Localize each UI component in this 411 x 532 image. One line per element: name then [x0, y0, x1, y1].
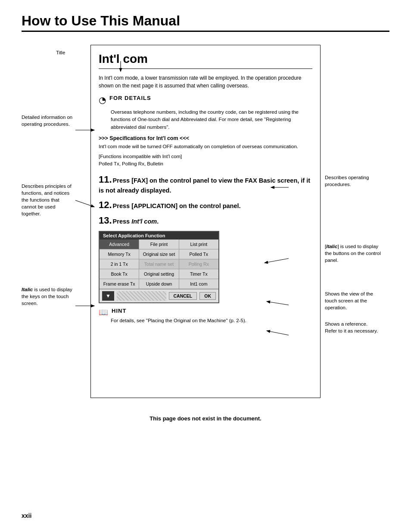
left-annotations: Title Detailed information on operating …	[22, 45, 90, 398]
diagram-container: Title Detailed information on operating …	[22, 45, 389, 398]
hint-block: 📖 HINT	[99, 308, 312, 317]
ts-cell-polledtx: Polled Tx	[179, 249, 218, 259]
hint-text: For details, see "Placing the Original o…	[111, 318, 312, 323]
page-title: How to Use This Manual	[22, 13, 389, 29]
ts-down-btn: ▼	[102, 291, 114, 301]
bottom-section: This page does not exist in the document…	[22, 415, 389, 422]
ts-row-4: Book Tx Original setting Timer Tx	[100, 269, 218, 279]
for-details-label: FOR DETAILS	[109, 95, 151, 101]
ts-cell-int1com: Int1 com	[179, 279, 218, 289]
ts-cell-fileprint: File print	[139, 240, 179, 249]
ts-row-2: Memory Tx Original size set Polled Tx	[100, 249, 218, 259]
ts-title-bar: Select Application Function	[100, 232, 218, 240]
ts-row-3: 2 in 1 Tx Total name set Polling Rx	[100, 259, 218, 269]
describes-principles-annotation: Describes principles of functions, and n…	[22, 183, 73, 217]
ts-cell-booktx: Book Tx	[100, 269, 139, 279]
ts-cell-memorytx: Memory Tx	[100, 249, 139, 259]
page-number: xxii	[22, 512, 31, 519]
italic-note-right-annotation: [Italic] is used to display the buttons …	[325, 243, 381, 264]
ts-ok-btn: OK	[199, 292, 216, 300]
ts-cell-pollingrx: Polling Rx	[179, 259, 218, 269]
incompatible-label: [Functions incompatible with Int'l com] …	[99, 153, 312, 168]
detailed-info-annotation: Detailed information on operating proced…	[22, 114, 73, 128]
ts-cancel-btn: CANCEL	[169, 292, 197, 300]
italic-note-left-annotation: Italic is used to display the keys on th…	[22, 286, 73, 307]
not-exist-text: This page does not exist in the document…	[22, 415, 389, 422]
search-icon: ◔	[99, 96, 106, 104]
book-icon: 📖	[99, 308, 108, 317]
body-text-1: In Int'l com mode, a lower transmission …	[99, 74, 312, 90]
spec-text: Int'l com mode will be turned OFF automa…	[99, 143, 312, 150]
right-annotations: Describes operating procedures. [Italic]…	[321, 45, 389, 398]
ts-cell-upsidedown: Upside down	[139, 279, 179, 289]
ts-cell-originalsetting: Original setting	[139, 269, 179, 279]
shows-reference-annotation: Shows a reference. Refer to it as necess…	[325, 320, 381, 334]
ts-row-5: Frame erase Tx Upside down Int1 com	[100, 279, 218, 289]
step-11: 11.Press [FAX] on the control panel to v…	[99, 173, 312, 195]
shows-view-annotation: Shows the view of the touch screen at th…	[325, 290, 385, 311]
ts-cell-frameerasetx: Frame erase Tx	[100, 279, 139, 289]
ts-cell-totalnameset: Total name set	[139, 259, 179, 269]
ts-cell-timertx: Timer Tx	[179, 269, 218, 279]
ts-footer: ▼ CANCEL OK	[100, 289, 218, 302]
ts-row-1: Advanced File print List print	[100, 240, 218, 249]
content-box: Int'l com In Int'l com mode, a lower tra…	[90, 45, 321, 398]
section-title-rule	[99, 68, 312, 69]
ts-cell-2in1tx: 2 in 1 Tx	[100, 259, 139, 269]
ts-cell-originalsizeset: Original size set	[139, 249, 179, 259]
for-details-text: Overseas telephone numbers, including th…	[111, 109, 312, 131]
hint-label: HINT	[112, 308, 126, 314]
title-rule	[22, 31, 389, 32]
title-annotation: Title	[56, 49, 65, 56]
for-details-block: ◔ FOR DETAILS	[99, 95, 312, 104]
step-13: 13.Press Int'l com.	[99, 214, 312, 227]
ts-spacer	[117, 291, 166, 301]
spec-heading: >>> Specifications for Int'l com <<<	[99, 135, 312, 141]
touch-screen-mockup: Select Application Function Advanced Fil…	[99, 231, 219, 303]
describes-operating-annotation: Describes operating procedures.	[325, 174, 381, 188]
section-title: Int'l com	[99, 52, 312, 66]
step-12: 12.Press [APPLICATION] on the control pa…	[99, 199, 312, 212]
ts-cell-listprint: List print	[179, 240, 218, 249]
ts-cell-advanced: Advanced	[100, 240, 139, 249]
